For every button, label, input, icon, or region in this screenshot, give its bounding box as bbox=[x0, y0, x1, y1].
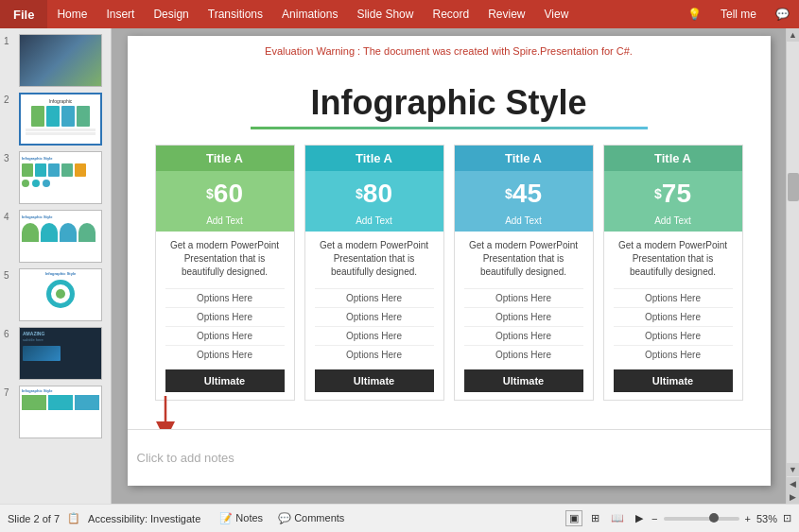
card-opt-1-2: Options Here bbox=[156, 310, 294, 324]
card-price-4: $75 bbox=[604, 171, 742, 213]
comments-button[interactable]: 💬 Comments bbox=[278, 512, 344, 524]
notes-icon: 📝 bbox=[219, 512, 233, 523]
menu-right-area: 💡 Tell me 💬 bbox=[678, 0, 799, 28]
status-bar: Slide 2 of 7 📋 Accessibility: Investigat… bbox=[0, 504, 799, 532]
fit-window-icon[interactable]: ⊡ bbox=[783, 512, 791, 524]
zoom-thumb bbox=[709, 513, 719, 523]
price-card-2: Title A $80 Add Text Get a modern PowerP… bbox=[304, 145, 444, 401]
slide-num-6: 6 bbox=[4, 327, 19, 339]
menu-record[interactable]: Record bbox=[423, 0, 478, 28]
comments-icon: 💬 bbox=[278, 512, 291, 523]
card-addtext-3: Add Text bbox=[455, 213, 593, 232]
main-layout: 1 2 Infographic bbox=[0, 28, 799, 504]
card-desc-2: Get a modern PowerPoint Presentation tha… bbox=[305, 232, 443, 286]
view-normal-icon[interactable]: ▣ bbox=[565, 510, 582, 526]
eval-warning: Evaluation Warning : The document was cr… bbox=[265, 45, 633, 57]
card-opt-1-3: Options Here bbox=[156, 329, 294, 343]
card-btn-3[interactable]: Ultimate bbox=[464, 369, 583, 392]
card-desc-4: Get a modern PowerPoint Presentation tha… bbox=[604, 232, 742, 286]
menu-view[interactable]: View bbox=[535, 0, 579, 28]
slide-num-3: 3 bbox=[4, 151, 19, 163]
slide-preview-4: Infographic Style bbox=[19, 210, 102, 263]
menu-review[interactable]: Review bbox=[478, 0, 534, 28]
card-opt-4-3: Options Here bbox=[604, 329, 742, 343]
notes-button[interactable]: 📝 Notes bbox=[219, 512, 263, 524]
status-bar-right: ▣ ⊞ 📖 ▶ − + 53% ⊡ bbox=[565, 510, 791, 526]
view-present-icon[interactable]: ▶ bbox=[633, 511, 646, 525]
notes-placeholder: Click to add notes bbox=[137, 451, 234, 465]
card-desc-3: Get a modern PowerPoint Presentation tha… bbox=[455, 232, 593, 286]
card-addtext-1: Add Text bbox=[156, 213, 294, 232]
menu-animations[interactable]: Animations bbox=[272, 0, 347, 28]
menu-transitions[interactable]: Transitions bbox=[199, 0, 272, 28]
slide-num-1: 1 bbox=[4, 34, 19, 46]
scroll-next-button[interactable]: ▶ bbox=[787, 490, 800, 504]
card-opt-2-1: Options Here bbox=[305, 291, 443, 305]
menu-bar: File Home Insert Design Transitions Anim… bbox=[0, 0, 799, 28]
card-opt-4-2: Options Here bbox=[604, 310, 742, 324]
card-opt-3-2: Options Here bbox=[455, 310, 593, 324]
menu-design[interactable]: Design bbox=[144, 0, 198, 28]
zoom-level: 53% bbox=[756, 513, 777, 524]
lightbulb-icon[interactable]: 💡 bbox=[678, 0, 711, 28]
card-opt-1-1: Options Here bbox=[156, 291, 294, 305]
zoom-minus-icon[interactable]: − bbox=[651, 513, 657, 524]
card-opt-2-2: Options Here bbox=[305, 310, 443, 324]
card-opt-3-3: Options Here bbox=[455, 329, 593, 343]
slide-preview-1 bbox=[19, 34, 102, 87]
card-opt-3-4: Options Here bbox=[455, 348, 593, 362]
view-reading-icon[interactable]: 📖 bbox=[608, 511, 627, 525]
price-card-1: Title A $60 Add Text Get a modern PowerP… bbox=[155, 145, 295, 401]
slide-preview-5: Infographic Style bbox=[19, 268, 102, 321]
slide-thumb-4[interactable]: 4 Infographic Style bbox=[4, 210, 107, 263]
slide-thumb-1[interactable]: 1 bbox=[4, 34, 107, 87]
menu-file[interactable]: File bbox=[0, 0, 47, 28]
notes-label: Notes bbox=[235, 512, 263, 523]
scroll-prev-button[interactable]: ◀ bbox=[787, 477, 800, 490]
card-opt-1-4: Options Here bbox=[156, 348, 294, 362]
card-header-1: Title A bbox=[156, 146, 294, 171]
slide-num-2: 2 bbox=[4, 93, 19, 105]
card-opt-3-1: Options Here bbox=[455, 291, 593, 305]
scroll-up-button[interactable]: ▲ bbox=[787, 28, 800, 42]
scroll-down-button[interactable]: ▼ bbox=[787, 463, 800, 476]
slide-num-7: 7 bbox=[4, 386, 19, 398]
menu-insert[interactable]: Insert bbox=[96, 0, 144, 28]
card-header-2: Title A bbox=[305, 146, 443, 171]
slide-thumb-6[interactable]: 6 AMAZING subtitle here bbox=[4, 327, 107, 380]
card-opt-2-4: Options Here bbox=[305, 348, 443, 362]
slide-thumb-3[interactable]: 3 Infographic Style bbox=[4, 151, 107, 204]
card-header-4: Title A bbox=[604, 146, 742, 171]
slide-canvas: Evaluation Warning : The document was cr… bbox=[128, 36, 771, 486]
menu-tellme[interactable]: Tell me bbox=[711, 0, 766, 28]
slide-thumb-5[interactable]: 5 Infographic Style bbox=[4, 268, 107, 321]
slide-thumb-7[interactable]: 7 Infographic Style bbox=[4, 386, 107, 438]
card-opt-4-1: Options Here bbox=[604, 291, 742, 305]
notes-area[interactable]: Click to add notes bbox=[128, 429, 771, 486]
editor-area: Evaluation Warning : The document was cr… bbox=[112, 28, 799, 504]
card-opt-4-4: Options Here bbox=[604, 348, 742, 362]
zoom-slider[interactable] bbox=[664, 517, 739, 521]
slide-preview-2: Infographic bbox=[19, 93, 102, 146]
card-price-1: $60 bbox=[156, 171, 294, 213]
menu-home[interactable]: Home bbox=[47, 0, 96, 28]
slide-info: Slide 2 of 7 bbox=[8, 513, 60, 524]
slide-outline-icon[interactable]: 📋 bbox=[67, 512, 80, 524]
slide-panel: 1 2 Infographic bbox=[0, 28, 112, 504]
card-btn-4[interactable]: Ultimate bbox=[614, 369, 733, 392]
card-btn-1[interactable]: Ultimate bbox=[165, 369, 285, 392]
menu-slideshow[interactable]: Slide Show bbox=[347, 0, 423, 28]
card-btn-2[interactable]: Ultimate bbox=[315, 369, 434, 392]
comment-icon[interactable]: 💬 bbox=[766, 0, 799, 28]
price-card-3: Title A $45 Add Text Get a modern PowerP… bbox=[454, 145, 594, 401]
card-addtext-4: Add Text bbox=[604, 213, 742, 232]
title-underline bbox=[251, 127, 648, 129]
slide-thumb-2[interactable]: 2 Infographic bbox=[4, 93, 107, 146]
comments-label: Comments bbox=[294, 512, 344, 523]
card-price-3: $45 bbox=[455, 171, 593, 213]
card-price-2: $80 bbox=[305, 171, 443, 213]
slide-preview-6: AMAZING subtitle here bbox=[19, 327, 102, 380]
scroll-thumb[interactable] bbox=[788, 173, 799, 201]
view-sorter-icon[interactable]: ⊞ bbox=[588, 511, 602, 525]
zoom-plus-icon[interactable]: + bbox=[745, 513, 751, 524]
